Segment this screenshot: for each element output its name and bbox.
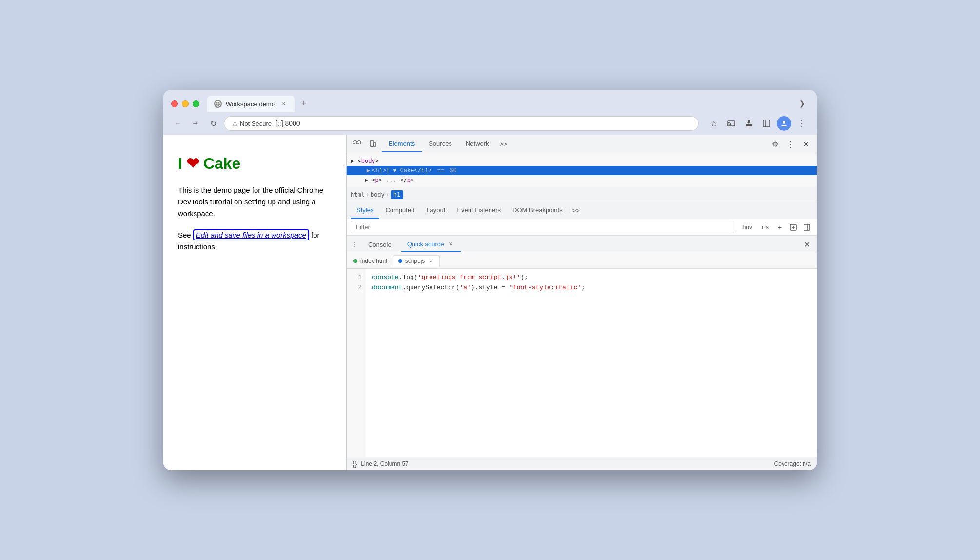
index-html-label: index.html <box>360 258 387 264</box>
line-numbers: 1 2 <box>347 269 366 457</box>
more-tabs-button[interactable]: >> <box>496 139 511 150</box>
tab-title: Workspace demo <box>226 100 275 108</box>
back-button[interactable]: ← <box>171 117 185 130</box>
tab-elements[interactable]: Elements <box>382 136 422 152</box>
html-tree: ▶ <body> ▶ <h1>I ♥ Cake</h1> == $0 ▶ <p>… <box>347 154 817 187</box>
filter-input[interactable] <box>351 221 734 233</box>
device-toolbar-icon[interactable] <box>366 138 380 151</box>
tab-sources[interactable]: Sources <box>422 136 459 152</box>
styles-tab-event-listeners[interactable]: Event Listeners <box>451 202 507 219</box>
see-text: See <box>178 231 193 239</box>
element-picker-icon[interactable] <box>351 138 364 151</box>
line-number-1: 1 <box>351 273 362 283</box>
bookmark-icon[interactable]: ☆ <box>706 116 721 131</box>
url-text: [::]:8000 <box>275 120 300 127</box>
devtools-toolbar: Elements Sources Network >> ⚙ ⋮ ✕ <box>347 135 817 154</box>
forward-button[interactable]: → <box>189 117 202 130</box>
svg-rect-12 <box>374 143 376 146</box>
workspace-link[interactable]: Edit and save files in a workspace <box>193 229 309 240</box>
quick-source-panel-tab[interactable]: Quick source ✕ <box>401 237 461 252</box>
code-content[interactable]: console.log('greetings from script.js!')… <box>366 269 817 457</box>
code-area: 1 2 console.log('greetings from script.j… <box>347 269 817 457</box>
tab-close-button[interactable]: × <box>279 100 288 108</box>
script-js-label: script.js <box>405 258 425 264</box>
toolbar-icons: ☆ <box>706 116 809 131</box>
not-secure-indicator: ⚠ Not Secure <box>232 120 272 127</box>
devtools-more-icon[interactable]: ⋮ <box>784 138 797 151</box>
elements-breadcrumb: html › body › h1 <box>347 187 817 202</box>
not-secure-label: Not Secure <box>240 120 272 127</box>
breadcrumb-h1[interactable]: h1 <box>391 190 403 199</box>
svg-rect-11 <box>370 141 374 146</box>
panel-drag-handle[interactable]: ⋮ <box>351 240 358 248</box>
styles-header: Styles Computed Layout Event Listeners D… <box>347 202 817 219</box>
sidebar-icon[interactable] <box>759 116 774 131</box>
browser-window: Workspace demo × + ❯ ← → ↻ ⚠ Not Secure … <box>163 90 817 470</box>
styles-tab-computed[interactable]: Computed <box>379 202 420 219</box>
cast-icon[interactable] <box>724 116 739 131</box>
svg-rect-6 <box>763 120 770 127</box>
tab-dropdown-button[interactable]: ❯ <box>795 97 809 110</box>
styles-tab-layout[interactable]: Layout <box>420 202 451 219</box>
svg-rect-3 <box>728 121 735 126</box>
new-style-rule-icon[interactable] <box>787 221 799 233</box>
active-tab[interactable]: Workspace demo × <box>207 96 295 112</box>
extensions-icon[interactable] <box>742 116 756 131</box>
svg-rect-9 <box>354 141 357 144</box>
quick-source-close-icon[interactable]: ✕ <box>447 240 455 248</box>
bottom-panel-close-icon[interactable]: ✕ <box>801 239 813 250</box>
line-number-2: 2 <box>351 283 362 293</box>
toggle-sidebar-icon[interactable] <box>801 221 813 233</box>
file-tabs: index.html script.js ✕ <box>347 253 817 269</box>
tab-favicon <box>214 100 222 108</box>
heart-icon: ❤ <box>186 154 199 173</box>
index-html-dot <box>353 259 357 263</box>
add-style-rule-icon[interactable]: + <box>774 221 785 233</box>
coverage-status: Coverage: n/a <box>774 460 811 467</box>
format-code-icon[interactable]: {} <box>353 460 357 468</box>
hov-button[interactable]: :hov <box>738 223 755 232</box>
console-panel-tab[interactable]: Console <box>362 238 397 251</box>
maximize-traffic-light[interactable] <box>193 100 199 107</box>
url-bar[interactable]: ⚠ Not Secure [::]:8000 <box>224 116 699 131</box>
styles-more-button[interactable]: >> <box>568 205 584 216</box>
address-bar: ← → ↻ ⚠ Not Secure [::]:8000 ☆ <box>163 112 817 135</box>
tabs-area: Workspace demo × + ❯ <box>207 96 809 112</box>
new-tab-button[interactable]: + <box>297 97 311 110</box>
refresh-button[interactable]: ↻ <box>206 117 220 130</box>
devtools-close-icon[interactable]: ✕ <box>799 138 813 151</box>
script-js-tab[interactable]: script.js ✕ <box>393 255 440 267</box>
status-bar: {} Line 2, Column 57 Coverage: n/a <box>347 457 817 470</box>
warning-icon: ⚠ <box>232 120 238 127</box>
page-link-wrap: See Edit and save files in a workspace f… <box>178 229 331 253</box>
elements-panel: ▶ <body> ▶ <h1>I ♥ Cake</h1> == $0 ▶ <p>… <box>347 154 817 470</box>
svg-point-8 <box>783 121 785 124</box>
profile-icon[interactable] <box>777 116 791 131</box>
console-tab-label: Console <box>368 241 392 248</box>
page-content: I ❤ Cake This is the demo page for the o… <box>163 135 346 470</box>
filter-bar: :hov .cls + <box>347 219 817 236</box>
close-traffic-light[interactable] <box>171 100 178 107</box>
heading-prefix: I <box>178 155 182 173</box>
tab-network[interactable]: Network <box>459 136 496 152</box>
styles-tab-dom-breakpoints[interactable]: DOM Breakpoints <box>507 202 568 219</box>
script-js-dot <box>398 259 402 263</box>
quick-source-tab-label: Quick source <box>407 240 444 248</box>
styles-tab-styles[interactable]: Styles <box>351 202 379 219</box>
cls-button[interactable]: .cls <box>757 223 772 232</box>
menu-icon[interactable]: ⋮ <box>794 116 809 131</box>
breadcrumb-html[interactable]: html <box>351 191 365 198</box>
svg-rect-10 <box>358 141 361 144</box>
devtools-tabs: Elements Sources Network >> <box>382 136 766 152</box>
devtools-toolbar-right: ⚙ ⋮ ✕ <box>768 138 813 151</box>
bottom-panel-header: ⋮ Console Quick source ✕ ✕ <box>347 236 817 253</box>
script-js-close-icon[interactable]: ✕ <box>428 258 434 264</box>
minimize-traffic-light[interactable] <box>182 100 189 107</box>
traffic-lights <box>171 100 199 107</box>
breadcrumb-body[interactable]: body <box>371 191 385 198</box>
index-html-tab[interactable]: index.html <box>349 256 392 266</box>
filter-actions: :hov .cls + <box>738 221 813 233</box>
page-description: This is the demo page for the official C… <box>178 184 331 220</box>
devtools-settings-icon[interactable]: ⚙ <box>768 138 782 151</box>
heading-cake: Cake <box>203 155 241 173</box>
